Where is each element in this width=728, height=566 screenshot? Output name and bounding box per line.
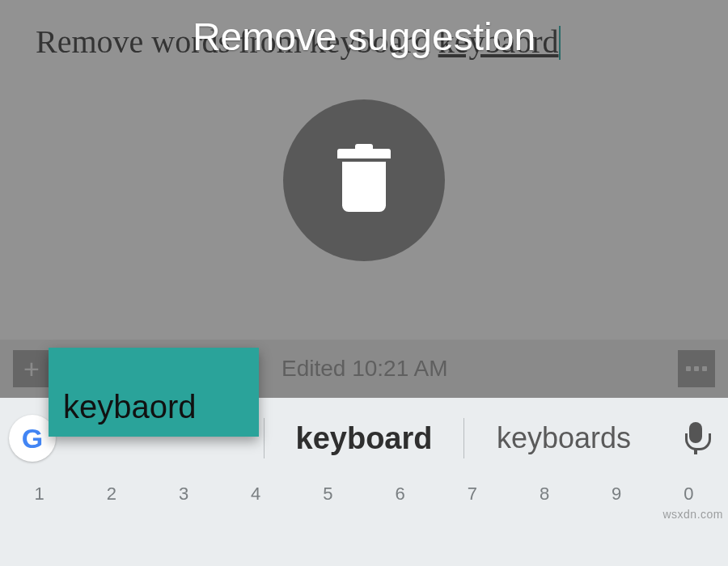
key-4[interactable]: 4 — [220, 479, 292, 566]
key-9[interactable]: 9 — [581, 479, 653, 566]
suggestion-slot-center[interactable]: keyboard — [265, 398, 463, 479]
trash-icon — [336, 144, 392, 217]
dragged-suggestion-label: keybaord — [63, 389, 197, 425]
key-2[interactable]: 2 — [75, 479, 147, 566]
trash-drop-target[interactable] — [283, 99, 445, 261]
key-5[interactable]: 5 — [292, 479, 364, 566]
dragged-suggestion-chip[interactable]: keybaord — [49, 348, 259, 437]
watermark: wsxdn.com — [662, 508, 723, 521]
key-8[interactable]: 8 — [508, 479, 580, 566]
key-0[interactable]: 0 — [653, 479, 725, 566]
keyboard-number-row: 1 2 3 4 5 6 7 8 9 0 — [0, 479, 728, 566]
key-1[interactable]: 1 — [3, 479, 75, 566]
suggestion-slot-right[interactable]: keyboards — [464, 398, 663, 479]
key-3[interactable]: 3 — [147, 479, 219, 566]
voice-input-button[interactable] — [663, 398, 728, 479]
remove-suggestion-title: Remove suggestion — [193, 15, 535, 59]
key-6[interactable]: 6 — [364, 479, 436, 566]
remove-suggestion-overlay: Remove suggestion — [0, 0, 728, 398]
mic-icon — [685, 422, 706, 454]
key-7[interactable]: 7 — [436, 479, 508, 566]
